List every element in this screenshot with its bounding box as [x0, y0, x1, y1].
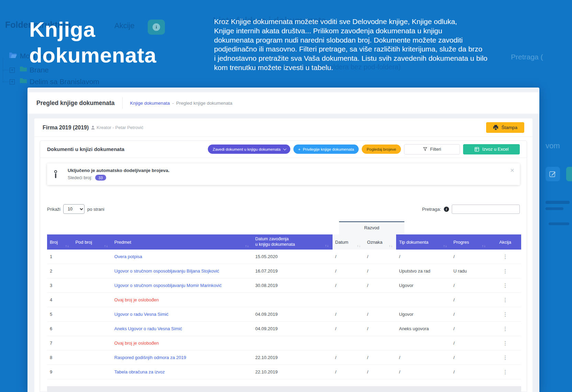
table-row: 3Ugovor o stručnom osposobljavanju Momir… — [47, 278, 521, 293]
table-header: Broj↑↓ Pod broj↑↓ Predmet↑↓ Datum zavođe… — [47, 234, 521, 250]
alert-body: Uključeno je automatsko dodeljivanje bro… — [68, 168, 169, 181]
broj-cell: 8 — [47, 355, 72, 360]
per-page-select[interactable]: 10 — [63, 204, 85, 214]
register-document-label: Zavedi dokument u knjigu dokumenata — [213, 147, 281, 151]
view-numbers-button[interactable]: Pogledaj brojeve — [362, 145, 401, 154]
predmet-cell: Aneks Ugovor o radu Vesna Simić — [112, 326, 253, 331]
row-actions-kebab-icon[interactable]: ⋮ — [503, 268, 508, 274]
bg-list-line — [546, 207, 563, 210]
document-link[interactable]: Ugovor o stručnom osposobljavanju Biljan… — [114, 268, 219, 274]
page-title: Pregled knjige dokumenata — [36, 100, 115, 107]
row-actions-kebab-icon[interactable]: ⋮ — [503, 283, 508, 288]
view-numbers-label: Pogledaj brojeve — [367, 147, 396, 151]
privileges-button[interactable]: + Privilegije knjige dokumenata — [293, 145, 359, 154]
row-actions-kebab-icon[interactable]: ⋮ — [503, 369, 508, 374]
documents-section: Dokumenti u knjizi dokumenata Zavedi dok… — [40, 140, 527, 392]
print-button-label: Štampa — [501, 125, 517, 130]
printer-icon — [493, 125, 498, 130]
column-header-predmet[interactable]: Predmet↑↓ — [112, 234, 253, 250]
bg-list-line — [546, 201, 570, 204]
filters-button[interactable]: Filteri — [404, 144, 460, 154]
funnel-icon — [423, 147, 427, 151]
column-header-razvod-datum[interactable]: Datum↑↓ — [333, 234, 364, 250]
table-row: 1Overa potpisa15.05.2020////⋮ — [47, 250, 521, 264]
divider — [122, 97, 123, 109]
broj-cell: 2 — [47, 268, 72, 274]
tip-dokumenta-cell: / — [396, 254, 450, 259]
column-label: Oznaka — [367, 240, 383, 245]
document-link[interactable]: Overa potpisa — [114, 254, 142, 259]
alert-message: Uključeno je automatsko dodeljivanje bro… — [68, 168, 169, 173]
column-header-broj[interactable]: Broj↑↓ — [47, 234, 72, 250]
column-header-razvod-oznaka[interactable]: Oznaka↑↓ — [364, 234, 396, 250]
razvod-datum-cell: / — [333, 355, 364, 360]
row-actions-kebab-icon[interactable]: ⋮ — [503, 297, 508, 302]
column-header-datum-zavodjenja[interactable]: Datum zavođenja u knjigu dokumenata↑↓ — [253, 234, 333, 250]
tree-expander-icon: + — [10, 79, 15, 84]
broj-cell: 7 — [47, 341, 72, 346]
table-row: 5Ugovor o radu Vesna Simić04.09.2019//Ug… — [47, 307, 521, 322]
table-row: 9Tabela obračuna za izvoz22.10.2019////⋮ — [47, 365, 521, 379]
tip-dokumenta-cell: / — [396, 355, 450, 360]
column-header-akcija: Akcija — [489, 234, 521, 250]
print-button[interactable]: Štampa — [486, 122, 524, 133]
table-row: 7Ovaj broj je oslobođen/⋮ — [47, 336, 521, 350]
akcija-cell: ⋮ — [489, 283, 521, 288]
document-link[interactable]: Ugovor o stručnom osposobljavanju Momir … — [114, 283, 222, 288]
broj-cell: 4 — [47, 297, 72, 302]
table-row: 6Aneks Ugovor o radu Vesna Simić04.09.20… — [47, 322, 521, 336]
chevron-down-icon — [283, 147, 287, 150]
breadcrumb-link[interactable]: Knjige dokumenata — [130, 101, 170, 106]
column-header-pod-broj[interactable]: Pod broj↑↓ — [72, 234, 111, 250]
row-actions-kebab-icon[interactable]: ⋮ — [503, 312, 508, 317]
tip-dokumenta-cell: Aneks ugovora — [396, 326, 450, 331]
column-label: Broj — [50, 240, 58, 245]
razvod-oznaka-cell: / — [364, 283, 396, 288]
search-input[interactable] — [452, 205, 520, 214]
hero-title: Knjiga dokumenata — [29, 16, 156, 68]
datum-zavodjenja-cell: 30.08.2019 — [253, 283, 333, 288]
alert-next-number: Sledeći broj: 33 — [68, 175, 169, 181]
tip-dokumenta-cell: / — [396, 369, 450, 374]
row-actions-kebab-icon[interactable]: ⋮ — [503, 326, 508, 331]
column-label: Predmet — [114, 240, 131, 245]
akcija-cell: ⋮ — [489, 341, 521, 346]
column-label: Datum zavođenja u knjigu dokumenata — [255, 237, 295, 247]
sort-icon: ↑↓ — [325, 244, 329, 248]
progres-cell: / — [451, 312, 489, 317]
register-document-button[interactable]: Zavedi dokument u knjigu dokumenata — [208, 145, 290, 154]
tip-dokumenta-cell: Ugovor — [396, 312, 450, 317]
document-link[interactable]: Aneks Ugovor o radu Vesna Simić — [114, 326, 182, 331]
row-actions-kebab-icon[interactable]: ⋮ — [503, 254, 508, 259]
close-icon[interactable]: × — [510, 167, 514, 174]
predmet-cell: Ugovor o stručnom osposobljavanju Biljan… — [112, 268, 253, 274]
progres-cell: / — [451, 297, 489, 302]
document-link[interactable]: Ugovor o radu Vesna Simić — [114, 312, 169, 317]
column-header-progres[interactable]: Progres↑↓ — [451, 234, 489, 250]
breadcrumb-separator: - — [172, 101, 174, 106]
sort-icon: ↑↓ — [65, 244, 69, 248]
datum-zavodjenja-cell: 16.07.2019 — [253, 268, 333, 274]
predmet-cell: Ugovor o stručnom osposobljavanju Momir … — [112, 283, 253, 288]
row-actions-kebab-icon[interactable]: ⋮ — [503, 355, 508, 360]
broj-cell: 3 — [47, 283, 72, 288]
document-link[interactable]: Raspored godišnjih odmora za 2019 — [114, 355, 186, 360]
table-row: 8Raspored godišnjih odmora za 201922.10.… — [47, 350, 521, 365]
datum-zavodjenja-cell: 04.09.2019 — [253, 312, 333, 317]
export-excel-button[interactable]: Izvoz u Excel — [463, 144, 520, 154]
broj-cell: 5 — [47, 312, 72, 317]
search-label: Pretraga: — [422, 207, 441, 212]
table-grid-icon — [474, 147, 479, 152]
document-link[interactable]: Tabela obračuna za izvoz — [114, 369, 165, 374]
broj-cell: 6 — [47, 326, 72, 331]
row-actions-kebab-icon[interactable]: ⋮ — [503, 341, 508, 346]
plus-icon: + — [298, 147, 301, 151]
export-excel-label: Izvoz u Excel — [482, 147, 509, 152]
next-number-label: Sledeći broj: — [68, 175, 92, 180]
akcija-cell: ⋮ — [489, 254, 521, 260]
column-label: Progres — [453, 240, 469, 245]
akcija-cell: ⋮ — [489, 312, 521, 317]
razvod-datum-cell: / — [333, 254, 364, 259]
column-header-tip-dokumenta[interactable]: Tip dokumenta↑↓ — [396, 234, 450, 250]
table-controls: Prikaži 10 po strani Pretraga: i — [40, 204, 527, 214]
